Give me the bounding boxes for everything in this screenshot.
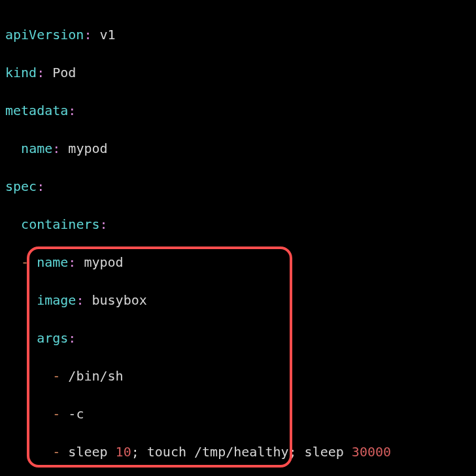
- code-line: - /bin/sh: [5, 367, 471, 386]
- yaml-colon: :: [37, 178, 44, 194]
- yaml-dash: -: [52, 368, 60, 384]
- yaml-value: mypod: [76, 254, 123, 270]
- yaml-colon: :: [68, 103, 76, 118]
- yaml-value: ; touch /tmp/healthy; sleep: [131, 444, 352, 460]
- yaml-dash: -: [52, 406, 60, 422]
- space: [29, 254, 37, 270]
- code-line: args:: [5, 329, 471, 348]
- yaml-key: kind: [5, 65, 37, 80]
- indent: [5, 141, 21, 156]
- yaml-colon: :: [76, 292, 84, 308]
- yaml-colon: :: [84, 27, 92, 42]
- indent: [5, 406, 52, 422]
- yaml-key: apiVersion: [5, 27, 84, 42]
- yaml-colon: :: [68, 330, 76, 346]
- code-line: - name: mypod: [5, 253, 471, 272]
- code-line: kind: Pod: [5, 63, 471, 82]
- code-line: - sleep 10; touch /tmp/healthy; sleep 30…: [5, 443, 471, 462]
- indent: [5, 216, 21, 232]
- yaml-dash: -: [21, 254, 29, 270]
- indent: [5, 330, 37, 346]
- code-line: apiVersion: v1: [5, 26, 471, 44]
- yaml-value: busybox: [84, 292, 146, 308]
- yaml-value: Pod: [44, 65, 76, 80]
- yaml-key: args: [37, 330, 68, 346]
- yaml-colon: :: [68, 254, 76, 270]
- yaml-value: mypod: [60, 141, 107, 156]
- indent: [5, 368, 52, 384]
- yaml-key: spec: [5, 178, 37, 194]
- yaml-key: metadata: [5, 103, 68, 118]
- yaml-key: image: [37, 292, 76, 308]
- code-line: - -c: [5, 405, 471, 424]
- code-line: metadata:: [5, 101, 471, 120]
- yaml-value: -c: [60, 406, 84, 422]
- code-line: image: busybox: [5, 291, 471, 310]
- indent: [5, 292, 37, 308]
- yaml-colon: :: [37, 65, 44, 80]
- yaml-value: v1: [92, 27, 115, 42]
- code-line: name: mypod: [5, 139, 471, 158]
- yaml-colon: :: [52, 141, 60, 156]
- yaml-number: 10: [116, 444, 131, 460]
- indent: [5, 444, 52, 460]
- yaml-code-block: apiVersion: v1 kind: Pod metadata: name:…: [5, 7, 471, 476]
- yaml-key: name: [21, 141, 52, 156]
- yaml-dash: -: [52, 444, 60, 460]
- indent: [5, 254, 21, 270]
- code-line: containers:: [5, 215, 471, 234]
- yaml-colon: :: [100, 216, 108, 232]
- code-line: spec:: [5, 177, 471, 196]
- yaml-key: name: [37, 254, 68, 270]
- yaml-number: 30000: [352, 444, 391, 460]
- yaml-key: containers: [21, 216, 99, 232]
- yaml-value: /bin/sh: [60, 368, 123, 384]
- yaml-value: sleep: [60, 444, 115, 460]
